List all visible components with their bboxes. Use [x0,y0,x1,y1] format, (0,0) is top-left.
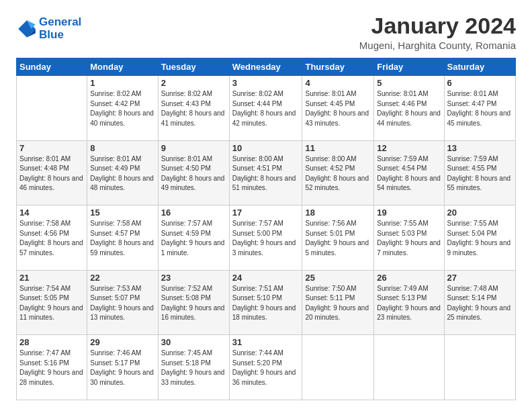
table-row: 2Sunrise: 8:02 AMSunset: 4:43 PMDaylight… [158,76,229,141]
day-number: 10 [232,143,300,153]
day-info: Sunrise: 7:50 AMSunset: 5:11 PMDaylight:… [305,284,371,323]
page: General Blue January 2024 Mugeni, Harghi… [0,0,532,411]
day-info: Sunrise: 7:59 AMSunset: 4:54 PMDaylight:… [377,154,441,193]
day-number: 13 [447,143,513,153]
day-info: Sunrise: 8:02 AMSunset: 4:42 PMDaylight:… [90,89,155,128]
table-row: 5Sunrise: 8:01 AMSunset: 4:46 PMDaylight… [374,76,444,141]
day-info: Sunrise: 7:53 AMSunset: 5:07 PMDaylight:… [90,284,155,323]
day-info: Sunrise: 7:55 AMSunset: 5:03 PMDaylight:… [377,219,441,258]
table-row: 22Sunrise: 7:53 AMSunset: 5:07 PMDayligh… [87,270,159,335]
subtitle: Mugeni, Harghita County, Romania [359,40,516,51]
day-number: 3 [232,78,300,88]
day-number: 23 [161,273,226,283]
table-row: 26Sunrise: 7:49 AMSunset: 5:13 PMDayligh… [374,270,444,335]
logo: General Blue [16,16,81,41]
calendar-header-row: Sunday Monday Tuesday Wednesday Thursday… [17,58,516,76]
table-row: 12Sunrise: 7:59 AMSunset: 4:54 PMDayligh… [374,140,444,205]
day-number: 28 [19,337,84,347]
table-row: 30Sunrise: 7:45 AMSunset: 5:18 PMDayligh… [158,335,229,400]
day-number: 19 [377,208,441,218]
day-info: Sunrise: 7:52 AMSunset: 5:08 PMDaylight:… [161,284,226,323]
day-info: Sunrise: 8:00 AMSunset: 4:51 PMDaylight:… [232,154,300,193]
calendar-table: Sunday Monday Tuesday Wednesday Thursday… [16,58,516,400]
table-row: 11Sunrise: 8:00 AMSunset: 4:52 PMDayligh… [302,140,374,205]
day-info: Sunrise: 7:47 AMSunset: 5:16 PMDaylight:… [19,349,84,387]
table-row: 1Sunrise: 8:02 AMSunset: 4:42 PMDaylight… [87,76,159,141]
day-info: Sunrise: 7:56 AMSunset: 5:01 PMDaylight:… [305,219,371,258]
day-number: 20 [447,208,513,218]
table-row [374,335,444,400]
table-row: 27Sunrise: 7:48 AMSunset: 5:14 PMDayligh… [444,270,515,335]
day-number: 5 [377,78,441,88]
table-row: 29Sunrise: 7:46 AMSunset: 5:17 PMDayligh… [87,335,159,400]
day-info: Sunrise: 7:54 AMSunset: 5:05 PMDaylight:… [19,284,84,323]
day-info: Sunrise: 7:48 AMSunset: 5:14 PMDaylight:… [447,284,513,323]
table-row: 6Sunrise: 8:01 AMSunset: 4:47 PMDaylight… [444,76,515,141]
table-row: 8Sunrise: 8:01 AMSunset: 4:49 PMDaylight… [87,140,159,205]
table-row: 16Sunrise: 7:57 AMSunset: 4:59 PMDayligh… [158,205,229,271]
day-info: Sunrise: 7:44 AMSunset: 5:20 PMDaylight:… [232,349,300,387]
day-info: Sunrise: 7:57 AMSunset: 4:59 PMDaylight:… [161,219,226,258]
table-row: 28Sunrise: 7:47 AMSunset: 5:16 PMDayligh… [17,335,87,400]
table-row: 18Sunrise: 7:56 AMSunset: 5:01 PMDayligh… [302,205,374,271]
table-row: 15Sunrise: 7:58 AMSunset: 4:57 PMDayligh… [87,205,159,271]
day-number: 2 [161,78,226,88]
col-thursday: Thursday [302,58,374,76]
day-number: 27 [447,273,513,283]
table-row: 4Sunrise: 8:01 AMSunset: 4:45 PMDaylight… [302,76,374,141]
day-number: 12 [377,143,441,153]
day-info: Sunrise: 8:01 AMSunset: 4:47 PMDaylight:… [447,89,513,128]
day-info: Sunrise: 7:46 AMSunset: 5:17 PMDaylight:… [90,349,155,387]
title-section: January 2024 Mugeni, Harghita County, Ro… [359,13,516,51]
day-number: 26 [377,273,441,283]
day-number: 14 [19,208,84,218]
day-number: 17 [232,208,300,218]
table-row: 19Sunrise: 7:55 AMSunset: 5:03 PMDayligh… [374,205,444,271]
calendar-week-row: 28Sunrise: 7:47 AMSunset: 5:16 PMDayligh… [17,335,516,400]
day-number: 18 [305,208,371,218]
calendar-week-row: 1Sunrise: 8:02 AMSunset: 4:42 PMDaylight… [17,76,516,141]
day-info: Sunrise: 8:01 AMSunset: 4:49 PMDaylight:… [90,154,155,193]
table-row: 7Sunrise: 8:01 AMSunset: 4:48 PMDaylight… [17,140,87,205]
table-row [17,76,87,141]
logo-text: General Blue [39,16,81,41]
day-info: Sunrise: 7:49 AMSunset: 5:13 PMDaylight:… [377,284,441,323]
calendar-week-row: 21Sunrise: 7:54 AMSunset: 5:05 PMDayligh… [17,270,516,335]
day-info: Sunrise: 8:01 AMSunset: 4:50 PMDaylight:… [161,154,226,193]
table-row: 13Sunrise: 7:59 AMSunset: 4:55 PMDayligh… [444,140,515,205]
col-monday: Monday [87,58,159,76]
col-wednesday: Wednesday [229,58,302,76]
month-title: January 2024 [359,13,516,38]
calendar-week-row: 14Sunrise: 7:58 AMSunset: 4:56 PMDayligh… [17,205,516,271]
day-info: Sunrise: 7:45 AMSunset: 5:18 PMDaylight:… [161,349,226,387]
day-info: Sunrise: 8:00 AMSunset: 4:52 PMDaylight:… [305,154,371,193]
day-number: 1 [90,78,155,88]
svg-marker-0 [18,20,36,38]
table-row: 23Sunrise: 7:52 AMSunset: 5:08 PMDayligh… [158,270,229,335]
day-number: 4 [305,78,371,88]
day-info: Sunrise: 8:02 AMSunset: 4:44 PMDaylight:… [232,89,300,128]
day-number: 31 [232,337,300,347]
table-row: 17Sunrise: 7:57 AMSunset: 5:00 PMDayligh… [229,205,302,271]
day-info: Sunrise: 7:58 AMSunset: 4:57 PMDaylight:… [90,219,155,258]
table-row: 3Sunrise: 8:02 AMSunset: 4:44 PMDaylight… [229,76,302,141]
day-info: Sunrise: 7:58 AMSunset: 4:56 PMDaylight:… [19,219,84,258]
day-number: 21 [19,273,84,283]
col-sunday: Sunday [17,58,87,76]
day-number: 6 [447,78,513,88]
day-number: 16 [161,208,226,218]
table-row: 9Sunrise: 8:01 AMSunset: 4:50 PMDaylight… [158,140,229,205]
table-row: 20Sunrise: 7:55 AMSunset: 5:04 PMDayligh… [444,205,515,271]
day-info: Sunrise: 8:01 AMSunset: 4:46 PMDaylight:… [377,89,441,128]
logo-icon [16,18,38,40]
header: General Blue January 2024 Mugeni, Harghi… [16,13,516,51]
table-row: 25Sunrise: 7:50 AMSunset: 5:11 PMDayligh… [302,270,374,335]
day-number: 8 [90,143,155,153]
day-info: Sunrise: 8:01 AMSunset: 4:48 PMDaylight:… [19,154,84,193]
table-row [444,335,515,400]
day-number: 15 [90,208,155,218]
day-number: 30 [161,337,226,347]
table-row [302,335,374,400]
table-row: 31Sunrise: 7:44 AMSunset: 5:20 PMDayligh… [229,335,302,400]
day-info: Sunrise: 7:59 AMSunset: 4:55 PMDaylight:… [447,154,513,193]
